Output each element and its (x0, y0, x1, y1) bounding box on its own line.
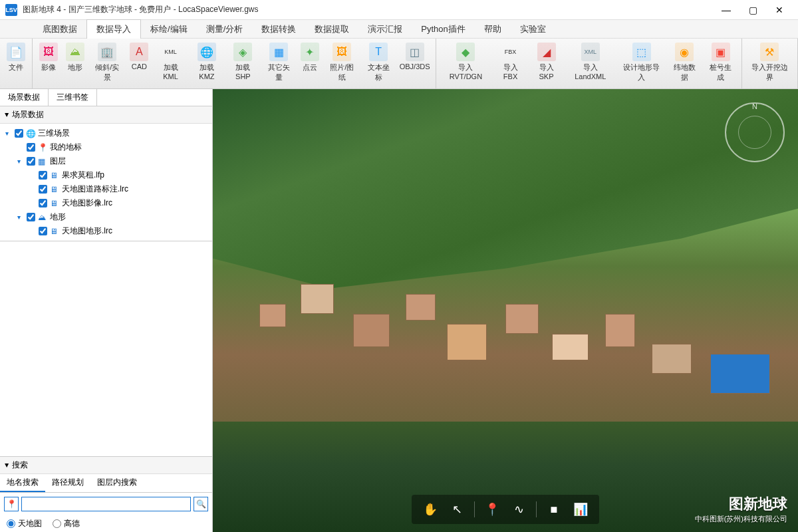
tree-checkbox[interactable] (39, 171, 47, 180)
tree-item-7[interactable]: 🖥天地图地形.lrc (3, 224, 209, 238)
ribbon-btn-label: 倾斜/实景 (92, 63, 122, 82)
ribbon-btn-label: 影像 (41, 63, 56, 72)
ribbon-btn-1-2[interactable]: 🏢倾斜/实景 (88, 40, 126, 85)
ribbon-icon: ▣ (712, 43, 730, 61)
ribbon-btn-2-4[interactable]: ⬚设计地形导入 (616, 40, 666, 85)
minimize-button[interactable]: — (713, 0, 739, 20)
radio-input[interactable] (53, 519, 61, 528)
select-tool[interactable]: ↖ (446, 499, 467, 520)
search-tab-0[interactable]: 地名搜索 (0, 474, 45, 492)
tree-item-3[interactable]: 🖥果求莫租.lfp (3, 168, 209, 182)
ribbon-btn-label: CAD (132, 63, 147, 70)
ribbon-btn-1-1[interactable]: ⛰地形 (62, 40, 88, 75)
ribbon-btn-1-6[interactable]: ◈加载SHP (225, 40, 261, 83)
ribbon-icon: XML (581, 43, 600, 61)
ribbon-btn-0-0[interactable]: 📄文件 (3, 40, 29, 75)
radio-input[interactable] (7, 519, 15, 528)
chevron-down-icon[interactable]: ▾ (17, 158, 24, 165)
menu-item-1[interactable]: 数据导入 (86, 19, 141, 39)
compass-widget[interactable] (725, 102, 785, 162)
ribbon-group-2: ◆导入RVT/DGNFBX导入FBX◢导入SKPXML导入LandXML⬚设计地… (436, 39, 742, 88)
ribbon-icon: ◈ (233, 43, 252, 61)
tree-checkbox[interactable] (39, 199, 47, 207)
path-tool[interactable]: ∿ (508, 499, 529, 520)
ribbon-btn-label: 地形 (68, 63, 82, 72)
menu-item-5[interactable]: 数据提取 (305, 20, 358, 39)
ribbon-btn-1-11[interactable]: ◫OBJ/3DS (396, 40, 433, 73)
ribbon-btn-label: 导入RVT/DGN (443, 63, 488, 80)
tree-node-icon: 📍 (38, 143, 47, 152)
search-panel: 搜索 地名搜索路径规划图层内搜索 📍 🔍 天地图高德 (0, 456, 212, 532)
ribbon-btn-label: 加载KML (156, 63, 184, 80)
search-icon[interactable]: 🔍 (194, 497, 208, 511)
search-provider-option-0[interactable]: 天地图 (7, 518, 42, 529)
ribbon-btn-label: 导入FBX (497, 63, 525, 80)
ribbon-icon: ◆ (456, 43, 475, 61)
tree-checkbox[interactable] (27, 213, 35, 221)
ribbon-icon: T (369, 43, 388, 61)
menu-item-0[interactable]: 底图数据 (33, 20, 86, 39)
search-input[interactable] (21, 497, 191, 511)
tree-checkbox[interactable] (27, 143, 35, 152)
ribbon-btn-1-7[interactable]: ▦其它矢量 (261, 40, 297, 85)
ribbon-btn-1-8[interactable]: ✦点云 (297, 40, 323, 75)
ribbon-btn-2-0[interactable]: ◆导入RVT/DGN (439, 40, 492, 83)
search-tab-2[interactable]: 图层内搜索 (90, 474, 144, 492)
tree-checkbox[interactable] (15, 129, 23, 138)
tree-item-1[interactable]: 📍我的地标 (3, 140, 209, 154)
tree-checkbox[interactable] (39, 185, 47, 194)
ribbon-btn-2-5[interactable]: ◉纬地数据 (666, 40, 702, 85)
ribbon-icon: 📄 (7, 43, 25, 61)
tree-checkbox[interactable] (27, 157, 35, 166)
ribbon-icon: 🖼 (332, 43, 351, 61)
chevron-down-icon[interactable]: ▾ (17, 213, 24, 221)
menu-item-3[interactable]: 测量/分析 (197, 20, 253, 39)
side-tab-1[interactable]: 三维书签 (49, 89, 97, 106)
marker-tool[interactable]: 📍 (481, 499, 503, 520)
search-tab-1[interactable]: 路径规划 (45, 474, 90, 492)
search-panel-header[interactable]: 搜索 (0, 457, 212, 474)
ribbon-btn-1-0[interactable]: 🖼影像 (35, 40, 62, 75)
search-provider-option-1[interactable]: 高德 (53, 518, 80, 529)
scene-panel-header[interactable]: 场景数据 (0, 106, 212, 124)
menu-item-2[interactable]: 标绘/编辑 (141, 20, 197, 39)
maximize-button[interactable]: ▢ (739, 0, 766, 20)
ribbon-btn-2-3[interactable]: XML导入LandXML (565, 40, 616, 83)
menu-item-7[interactable]: Python插件 (412, 20, 474, 39)
tree-item-5[interactable]: 🖥天地图影像.lrc (3, 196, 209, 210)
rect-tool[interactable]: ■ (543, 499, 565, 520)
tree-item-0[interactable]: ▾🌐三维场景 (3, 126, 209, 140)
ribbon-btn-1-10[interactable]: T文本坐标 (360, 40, 396, 85)
window-title: 图新地球 4 - 国产三维数字地球 - 免费用户 - LocaSpaceView… (23, 4, 713, 15)
menu-item-8[interactable]: 帮助 (475, 20, 511, 39)
tree-item-6[interactable]: ▾⛰地形 (3, 210, 209, 224)
tree-item-4[interactable]: 🖥天地图道路标注.lrc (3, 182, 209, 196)
ribbon-btn-2-2[interactable]: ◢导入SKP (528, 40, 564, 83)
ribbon-btn-label: 导入SKP (532, 63, 560, 80)
ribbon-btn-2-6[interactable]: ▣桩号生成 (703, 40, 739, 85)
menu-item-4[interactable]: 数据转换 (252, 20, 305, 39)
close-button[interactable]: ✕ (766, 0, 793, 20)
ribbon-btn-1-4[interactable]: KML加载KML (152, 40, 188, 83)
ribbon-btn-3-0[interactable]: ⚒导入开挖边界 (745, 40, 795, 85)
ribbon-btn-1-9[interactable]: 🖼照片/图纸 (323, 40, 360, 85)
ribbon-icon: ◢ (537, 43, 556, 61)
pan-tool[interactable]: ✋ (420, 499, 441, 520)
tree-node-icon: ▦ (38, 157, 47, 166)
chevron-down-icon[interactable]: ▾ (5, 130, 12, 137)
map-viewport[interactable]: ✋↖📍∿■📊 图新地球 中科图新(苏州)科技有限公司 (213, 89, 798, 532)
ribbon-btn-label: 纬地数据 (670, 63, 698, 82)
viewport-toolbar: ✋↖📍∿■📊 (412, 495, 599, 524)
menu-item-6[interactable]: 演示汇报 (358, 20, 412, 39)
menu-item-9[interactable]: 实验室 (511, 20, 555, 39)
ribbon-btn-label: 文件 (9, 63, 23, 72)
side-tab-0[interactable]: 场景数据 (0, 89, 49, 106)
search-provider-radios: 天地图高德 (0, 515, 212, 532)
ribbon-btn-2-1[interactable]: FBX导入FBX (493, 40, 529, 83)
ribbon-btn-1-3[interactable]: ACAD (126, 40, 152, 73)
measure-tool[interactable]: 📊 (570, 499, 591, 520)
tree-node-label: 果求莫租.lfp (62, 170, 104, 181)
ribbon-btn-1-5[interactable]: 🌐加载KMZ (189, 40, 225, 83)
tree-checkbox[interactable] (39, 227, 47, 235)
tree-item-2[interactable]: ▾▦图层 (3, 154, 209, 168)
